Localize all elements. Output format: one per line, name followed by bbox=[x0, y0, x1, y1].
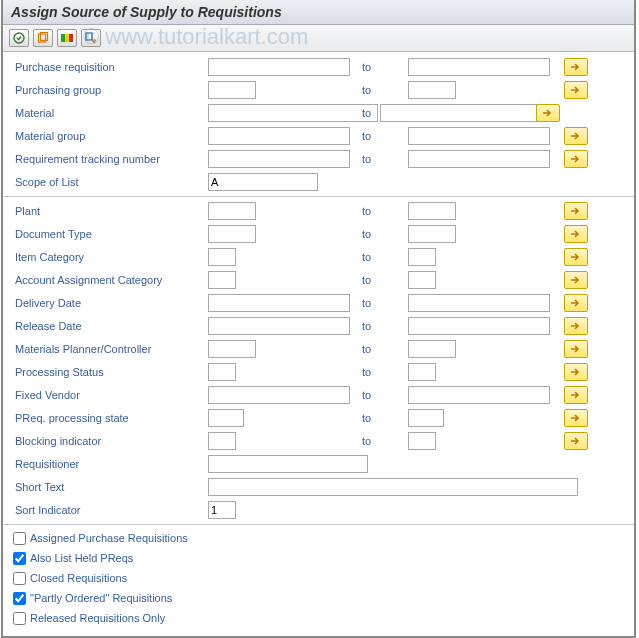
blocking-indicator-from-input[interactable] bbox=[208, 432, 236, 450]
item-category-to-input[interactable] bbox=[408, 248, 436, 266]
preq-state-from-input[interactable] bbox=[208, 409, 244, 427]
mrp-controller-multi-button[interactable] bbox=[564, 340, 588, 358]
preq-state-to-input[interactable] bbox=[408, 409, 444, 427]
partly-ordered-label: "Partly Ordered" Requisitions bbox=[30, 592, 172, 604]
blocking-indicator-to-input[interactable] bbox=[408, 432, 436, 450]
item-category-multi-button[interactable] bbox=[564, 248, 588, 266]
plant-from-input[interactable] bbox=[208, 202, 256, 220]
processing-status-label: Processing Status bbox=[13, 366, 208, 378]
req-tracking-from-input[interactable] bbox=[208, 150, 350, 168]
delivery-date-multi-button[interactable] bbox=[564, 294, 588, 312]
svg-rect-3 bbox=[61, 34, 65, 42]
mrp-controller-label: Materials Planner/Controller bbox=[13, 343, 208, 355]
req-tracking-multi-button[interactable] bbox=[564, 150, 588, 168]
scope-of-list-label: Scope of List bbox=[13, 176, 208, 188]
release-date-from-input[interactable] bbox=[208, 317, 350, 335]
purchase-requisition-multi-button[interactable] bbox=[564, 58, 588, 76]
material-to-input[interactable] bbox=[380, 104, 550, 122]
held-preqs-checkbox[interactable] bbox=[13, 552, 26, 565]
page-title: Assign Source of Supply to Requisitions bbox=[3, 0, 634, 25]
document-type-to-input[interactable] bbox=[408, 225, 456, 243]
svg-rect-5 bbox=[69, 34, 73, 42]
document-type-from-input[interactable] bbox=[208, 225, 256, 243]
selection-options-button[interactable] bbox=[57, 29, 77, 47]
fixed-vendor-from-input[interactable] bbox=[208, 386, 350, 404]
delivery-date-to-input[interactable] bbox=[408, 294, 550, 312]
purchasing-group-from-input[interactable] bbox=[208, 81, 256, 99]
purchasing-group-label: Purchasing group bbox=[13, 84, 208, 96]
scope-of-list-input[interactable] bbox=[208, 173, 318, 191]
svg-rect-6 bbox=[86, 33, 92, 40]
release-date-to-input[interactable] bbox=[408, 317, 550, 335]
purchasing-group-to-input[interactable] bbox=[408, 81, 456, 99]
item-category-label: Item Category bbox=[13, 251, 208, 263]
processing-status-to-input[interactable] bbox=[408, 363, 436, 381]
account-assignment-from-input[interactable] bbox=[208, 271, 236, 289]
material-from-input[interactable] bbox=[208, 104, 378, 122]
to-label: to bbox=[358, 61, 408, 73]
separator bbox=[3, 196, 634, 197]
material-group-multi-button[interactable] bbox=[564, 127, 588, 145]
material-label: Material bbox=[13, 107, 208, 119]
document-type-multi-button[interactable] bbox=[564, 225, 588, 243]
mrp-controller-to-input[interactable] bbox=[408, 340, 456, 358]
plant-label: Plant bbox=[13, 205, 208, 217]
material-group-label: Material group bbox=[13, 130, 208, 142]
sort-indicator-input[interactable] bbox=[208, 501, 236, 519]
toolbar bbox=[3, 25, 634, 52]
execute-button[interactable] bbox=[9, 29, 29, 47]
blocking-indicator-label: Blocking indicator bbox=[13, 435, 208, 447]
held-preqs-label: Also List Held PReqs bbox=[30, 552, 133, 564]
req-tracking-to-input[interactable] bbox=[408, 150, 550, 168]
mrp-controller-from-input[interactable] bbox=[208, 340, 256, 358]
material-group-from-input[interactable] bbox=[208, 127, 350, 145]
purchase-requisition-to-input[interactable] bbox=[408, 58, 550, 76]
short-text-input[interactable] bbox=[208, 478, 578, 496]
blocking-indicator-multi-button[interactable] bbox=[564, 432, 588, 450]
requisitioner-label: Requisitioner bbox=[13, 458, 208, 470]
requisitioner-input[interactable] bbox=[208, 455, 368, 473]
req-tracking-label: Requirement tracking number bbox=[13, 153, 208, 165]
plant-to-input[interactable] bbox=[408, 202, 456, 220]
fixed-vendor-to-input[interactable] bbox=[408, 386, 550, 404]
preq-state-label: PReq. processing state bbox=[13, 412, 208, 424]
document-type-label: Document Type bbox=[13, 228, 208, 240]
account-assignment-label: Account Assignment Category bbox=[13, 274, 208, 286]
delivery-date-from-input[interactable] bbox=[208, 294, 350, 312]
release-date-multi-button[interactable] bbox=[564, 317, 588, 335]
fixed-vendor-multi-button[interactable] bbox=[564, 386, 588, 404]
plant-multi-button[interactable] bbox=[564, 202, 588, 220]
material-group-to-input[interactable] bbox=[408, 127, 550, 145]
get-variant-button[interactable] bbox=[33, 29, 53, 47]
processing-status-from-input[interactable] bbox=[208, 363, 236, 381]
svg-rect-4 bbox=[65, 34, 69, 42]
purchase-requisition-from-input[interactable] bbox=[208, 58, 350, 76]
delivery-date-label: Delivery Date bbox=[13, 297, 208, 309]
account-assignment-to-input[interactable] bbox=[408, 271, 436, 289]
released-only-checkbox[interactable] bbox=[13, 612, 26, 625]
item-category-from-input[interactable] bbox=[208, 248, 236, 266]
fixed-vendor-label: Fixed Vendor bbox=[13, 389, 208, 401]
assigned-pr-label: Assigned Purchase Requisitions bbox=[30, 532, 188, 544]
dynamic-selections-button[interactable] bbox=[81, 29, 101, 47]
preq-state-multi-button[interactable] bbox=[564, 409, 588, 427]
partly-ordered-checkbox[interactable] bbox=[13, 592, 26, 605]
material-multi-button[interactable] bbox=[536, 104, 560, 122]
short-text-label: Short Text bbox=[13, 481, 208, 493]
released-only-label: Released Requisitions Only bbox=[30, 612, 165, 624]
purchase-requisition-label: Purchase requisition bbox=[13, 61, 208, 73]
release-date-label: Release Date bbox=[13, 320, 208, 332]
closed-req-label: Closed Requisitions bbox=[30, 572, 127, 584]
purchasing-group-multi-button[interactable] bbox=[564, 81, 588, 99]
sort-indicator-label: Sort Indicator bbox=[13, 504, 208, 516]
processing-status-multi-button[interactable] bbox=[564, 363, 588, 381]
account-assignment-multi-button[interactable] bbox=[564, 271, 588, 289]
assigned-pr-checkbox[interactable] bbox=[13, 532, 26, 545]
separator bbox=[3, 524, 634, 525]
closed-req-checkbox[interactable] bbox=[13, 572, 26, 585]
